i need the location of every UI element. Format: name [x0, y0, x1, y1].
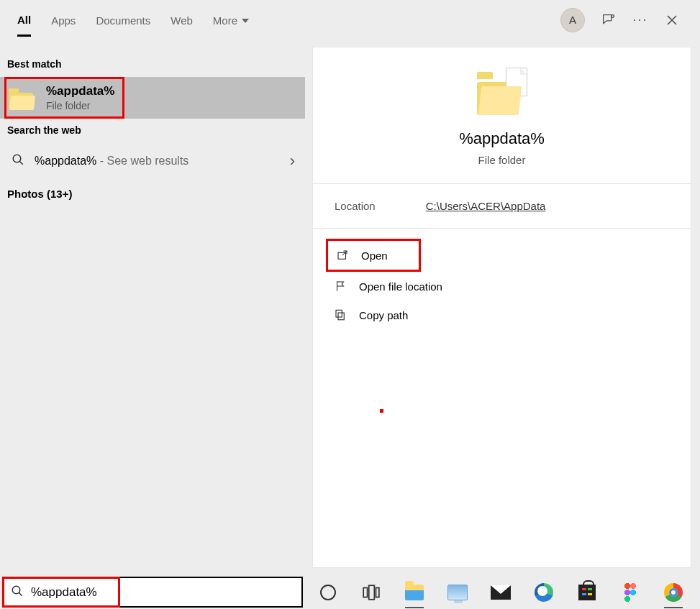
- search-icon: [12, 153, 24, 169]
- preview-actions: Open Open file location Copy path: [313, 229, 691, 339]
- svg-rect-3: [338, 313, 344, 320]
- main-area: Best match %appdata% File folder Search …: [0, 40, 700, 575]
- tab-more[interactable]: More: [213, 4, 249, 35]
- file-explorer-icon[interactable]: [404, 582, 425, 603]
- mail-icon[interactable]: [490, 582, 512, 603]
- svg-rect-6: [363, 587, 367, 597]
- action-open[interactable]: Open: [326, 239, 421, 272]
- web-search-result[interactable]: %appdata% - See web results ›: [0, 143, 305, 179]
- search-web-label: Search the web: [0, 119, 305, 143]
- chrome-icon[interactable]: [663, 582, 684, 603]
- search-header: All Apps Documents Web More A ···: [0, 0, 700, 40]
- action-copy-path[interactable]: Copy path: [326, 301, 678, 329]
- preview-pane-wrap: %appdata% File folder Location C:\Users\…: [305, 40, 700, 575]
- photos-section-label[interactable]: Photos (13+): [0, 179, 305, 209]
- best-match-title: %appdata%: [46, 84, 114, 99]
- chevron-right-icon: ›: [290, 152, 295, 170]
- store-icon[interactable]: [576, 582, 598, 603]
- svg-point-0: [612, 14, 614, 17]
- svg-rect-4: [336, 310, 342, 317]
- location-label: Location: [335, 200, 376, 212]
- action-open-label: Open: [361, 249, 388, 262]
- web-result-text: %appdata% - See web results: [35, 155, 188, 168]
- search-input[interactable]: [31, 585, 294, 600]
- open-icon: [335, 248, 350, 262]
- search-icon: [11, 585, 24, 600]
- results-pane: Best match %appdata% File folder Search …: [0, 40, 305, 575]
- best-match-label: Best match: [0, 52, 305, 77]
- annotation-dot: [380, 409, 383, 413]
- settings-monitor-icon[interactable]: [447, 582, 468, 603]
- tab-more-label: More: [213, 14, 237, 27]
- edge-icon[interactable]: [533, 582, 555, 603]
- folder-icon-large: [477, 68, 527, 118]
- svg-rect-8: [376, 587, 379, 597]
- preview-title: %appdata%: [459, 129, 545, 148]
- action-open-location[interactable]: Open file location: [326, 272, 678, 301]
- action-copy-path-label: Copy path: [359, 309, 408, 321]
- preview-metadata: Location C:\Users\ACER\AppData: [313, 184, 691, 229]
- best-match-result[interactable]: %appdata% File folder: [0, 77, 305, 119]
- svg-point-5: [12, 586, 20, 594]
- tab-documents[interactable]: Documents: [96, 4, 150, 35]
- close-icon[interactable]: [664, 12, 680, 28]
- action-open-location-label: Open file location: [359, 280, 442, 293]
- more-options-icon[interactable]: ···: [632, 12, 648, 28]
- web-result-suffix: - See web results: [96, 155, 188, 167]
- figma-icon[interactable]: [619, 582, 641, 603]
- feedback-icon[interactable]: [601, 12, 617, 28]
- taskbar: [0, 575, 700, 609]
- filter-tabs: All Apps Documents Web More: [7, 4, 249, 37]
- folder-icon: [9, 84, 36, 111]
- preview-subtitle: File folder: [478, 154, 526, 166]
- open-location-icon: [333, 279, 347, 293]
- svg-rect-7: [369, 585, 375, 600]
- chevron-down-icon: [242, 19, 249, 23]
- best-match-text: %appdata% File folder: [46, 84, 114, 111]
- preview-header: %appdata% File folder: [313, 47, 691, 184]
- svg-point-1: [13, 155, 21, 162]
- copy-icon: [333, 308, 347, 322]
- tab-web[interactable]: Web: [171, 4, 193, 35]
- web-result-query: %appdata%: [35, 155, 96, 167]
- user-avatar[interactable]: A: [560, 8, 585, 32]
- header-right: A ···: [560, 8, 693, 32]
- taskbar-icons: [303, 582, 684, 603]
- task-view-icon[interactable]: [360, 582, 382, 603]
- cortana-icon[interactable]: [317, 582, 339, 603]
- location-value[interactable]: C:\Users\ACER\AppData: [426, 200, 546, 212]
- preview-pane: %appdata% File folder Location C:\Users\…: [312, 47, 691, 568]
- tab-all[interactable]: All: [17, 4, 31, 37]
- tab-apps[interactable]: Apps: [51, 4, 76, 35]
- taskbar-search-box[interactable]: [2, 577, 303, 608]
- best-match-subtitle: File folder: [46, 100, 114, 111]
